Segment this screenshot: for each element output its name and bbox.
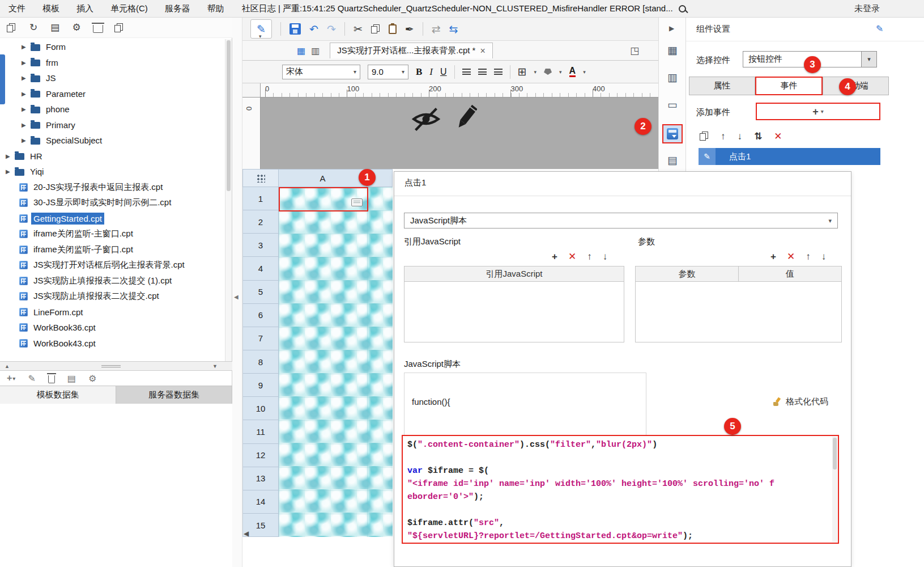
font-color-button[interactable]: A: [569, 66, 576, 78]
font-size-select[interactable]: 9.0 ▾: [368, 65, 408, 79]
tree-item-18[interactable]: LineForm.cpt: [0, 304, 225, 320]
close-tab-icon[interactable]: ×: [480, 46, 485, 56]
event-item-click1[interactable]: 点击1: [716, 148, 880, 165]
tree-item-14[interactable]: iframe关闭监听-子窗口.cpt: [0, 242, 225, 258]
row-header-12[interactable]: 12: [243, 444, 279, 467]
chevron-down-icon[interactable]: ▾: [559, 69, 562, 75]
tree-expand-icon[interactable]: ▶: [6, 153, 11, 159]
search-icon[interactable]: [679, 5, 686, 12]
copy-button[interactable]: [371, 24, 380, 33]
js-code-editor[interactable]: $(".content-container").css("filter","bl…: [402, 435, 839, 544]
tree-expand-icon[interactable]: ▶: [22, 122, 27, 128]
menu-item-3[interactable]: 插入: [68, 3, 102, 14]
tree-expand-icon[interactable]: ▶: [22, 91, 27, 97]
tree-item-9[interactable]: ▶Yiqi: [0, 164, 225, 180]
tree-expand-icon[interactable]: ▶: [22, 137, 27, 143]
tree-item-2[interactable]: ▶frm: [0, 55, 225, 71]
row-header-11[interactable]: 11: [243, 420, 279, 443]
login-status[interactable]: 未登录: [854, 3, 880, 14]
control-select[interactable]: 按钮控件: [743, 51, 862, 67]
cell-edit-button[interactable]: ✎ ▾: [250, 19, 272, 39]
new-report-icon[interactable]: [7, 23, 17, 32]
tree-item-16[interactable]: JS实现防止填报报表二次提交 (1).cpt: [0, 273, 225, 289]
add-ref-js-icon[interactable]: +: [552, 252, 557, 261]
tree-expand-icon[interactable]: ▶: [22, 75, 27, 81]
chevron-down-icon[interactable]: ▾: [534, 69, 537, 75]
delete-ref-js-icon[interactable]: ✕: [568, 252, 576, 261]
edit-component-icon[interactable]: ✎: [876, 23, 883, 34]
cell-attributes-icon[interactable]: ▦: [659, 44, 686, 57]
tree-item-20[interactable]: WorkBook43.cpt: [0, 336, 225, 352]
tree-expand-icon[interactable]: ▶: [6, 168, 11, 175]
row-header-2[interactable]: 2: [243, 210, 279, 234]
underline-button[interactable]: U: [440, 67, 447, 77]
delete-file-icon[interactable]: [93, 25, 103, 33]
row-header-1[interactable]: 1: [243, 187, 279, 210]
align-center-button[interactable]: [478, 69, 487, 75]
tab-properties[interactable]: 属性: [689, 77, 755, 95]
menu-item-1[interactable]: 文件: [0, 3, 34, 14]
tree-item-19[interactable]: WorkBook36.cpt: [0, 320, 225, 336]
report-cells-area[interactable]: [279, 187, 393, 537]
tree-item-6[interactable]: ▶Primary: [0, 117, 225, 133]
arrange-windows-icon[interactable]: ◳: [630, 45, 639, 57]
tree-item-10[interactable]: 20-JS实现子报表中返回主报表.cpt: [0, 180, 225, 196]
align-right-button[interactable]: [494, 69, 503, 75]
tree-scrollbar-thumb[interactable]: [227, 40, 231, 191]
add-dataset-icon[interactable]: +▾: [7, 373, 15, 383]
borders-button[interactable]: ⊞: [518, 66, 527, 77]
tree-expand-icon[interactable]: ▶: [22, 44, 27, 50]
row-header-10[interactable]: 10: [243, 397, 279, 420]
move-up-icon[interactable]: ↑: [587, 252, 592, 261]
control-select-chevron[interactable]: ▾: [862, 51, 877, 67]
tree-item-15[interactable]: JS实现打开对话框后弱化主报表背景.cpt: [0, 257, 225, 273]
param-move-down-icon[interactable]: ↓: [821, 252, 827, 261]
edit-dataset-icon[interactable]: ✎: [28, 373, 35, 384]
align-left-button[interactable]: [462, 69, 471, 75]
copy-file-icon[interactable]: [114, 23, 125, 32]
tab-template-datasets[interactable]: 模板数据集: [0, 386, 116, 404]
splitter-down-icon[interactable]: ▼: [212, 363, 218, 369]
tree-item-11[interactable]: 30-JS显示即时或实时时间示例二.cpt: [0, 195, 225, 211]
splitter-handle[interactable]: [101, 365, 121, 367]
delete-event-icon[interactable]: ✕: [774, 132, 782, 141]
tree-item-12[interactable]: GettingStarted.cpt: [0, 211, 225, 227]
condition-attributes-icon[interactable]: ▤: [659, 154, 686, 167]
splitter-up-icon[interactable]: ▲: [5, 363, 10, 369]
format-painter-button[interactable]: ✒: [405, 24, 414, 35]
row-header-13[interactable]: 13: [243, 467, 279, 490]
report-settings-icon[interactable]: ⚙: [71, 23, 82, 32]
tree-item-17[interactable]: JS实现防止填报报表二次提交.cpt: [0, 289, 225, 304]
event-type-select[interactable]: JavaScript脚本 ▾: [404, 213, 838, 229]
cell-element-icon[interactable]: ▥: [659, 71, 686, 84]
tab-server-datasets[interactable]: 服务器数据集: [116, 386, 232, 404]
format-code-button[interactable]: 格式化代码: [773, 396, 828, 407]
dataset-settings-icon[interactable]: ⚙: [88, 373, 96, 384]
sync-icon[interactable]: ⇄: [432, 24, 441, 35]
redo-button[interactable]: ↷: [327, 24, 336, 35]
row-header-9[interactable]: 9: [243, 374, 279, 397]
expand-panel-icon[interactable]: ▶: [669, 24, 674, 32]
row-header-6[interactable]: 6: [243, 304, 279, 327]
edit-event-icon[interactable]: ✎: [699, 148, 716, 165]
row-header-14[interactable]: 14: [243, 490, 279, 514]
selected-cell-a1[interactable]: [279, 187, 368, 211]
fill-color-button[interactable]: [544, 69, 552, 75]
chevron-down-icon[interactable]: ▾: [259, 33, 262, 39]
menu-item-2[interactable]: 模板: [34, 3, 68, 14]
menu-item-4[interactable]: 单元格(C): [102, 3, 156, 14]
collapse-left-icon[interactable]: ◀: [234, 294, 239, 300]
tree-item-13[interactable]: iframe关闭监听-主窗口.cpt: [0, 226, 225, 242]
preview-report-icon[interactable]: ▤: [50, 23, 60, 32]
move-down-icon[interactable]: ↓: [603, 252, 608, 261]
bold-button[interactable]: B: [416, 66, 422, 78]
tree-scrollbar[interactable]: [225, 39, 232, 361]
add-param-icon[interactable]: +: [770, 252, 776, 261]
tree-item-8[interactable]: ▶HR: [0, 149, 225, 164]
italic-button[interactable]: I: [429, 66, 433, 78]
event-sort-icon[interactable]: ⇅: [754, 132, 762, 141]
sidebar-collapse-handle[interactable]: ◀: [232, 18, 242, 567]
tree-item-1[interactable]: ▶Form: [0, 39, 225, 55]
column-header-a[interactable]: A: [279, 169, 367, 187]
tree-item-4[interactable]: ▶Parameter: [0, 86, 225, 102]
